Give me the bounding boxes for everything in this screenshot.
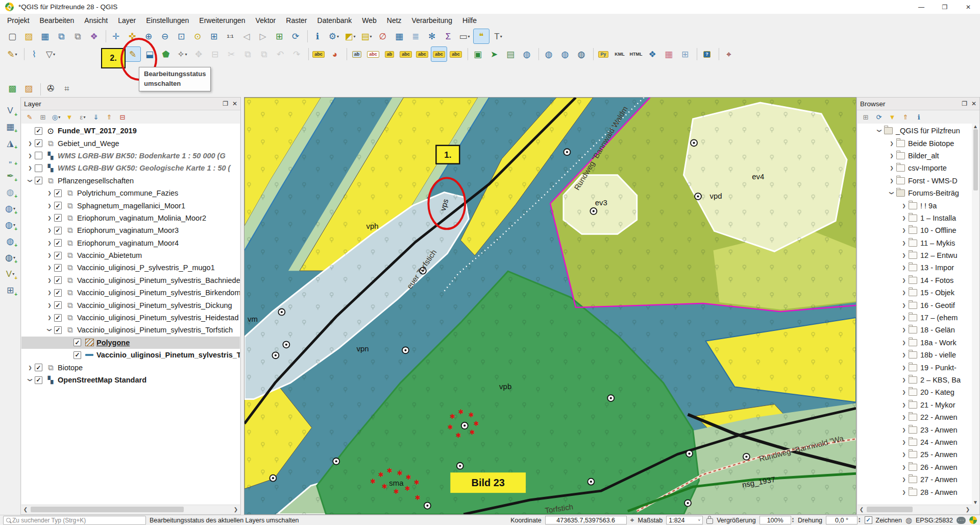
layer-checkbox[interactable]: ✓ <box>35 376 42 384</box>
scroll-thumb[interactable] <box>31 507 184 512</box>
redo-button[interactable]: ↷ <box>289 47 304 61</box>
browser-row[interactable]: ❯18a - Work <box>857 337 972 349</box>
remove-layer-button[interactable]: ⊟ <box>116 111 129 123</box>
highlight-pinned-labels-button[interactable]: abc <box>365 47 381 61</box>
expander-icon[interactable]: ❯ <box>899 303 909 308</box>
web-services-button[interactable]: ◍ <box>574 47 589 61</box>
menu-netz[interactable]: Netz <box>382 14 407 27</box>
add-spatialite-layer-button[interactable]: ◍+ <box>3 185 18 199</box>
crosshair-button[interactable]: ⌖ <box>721 47 737 61</box>
expander-icon[interactable]: ❯ <box>899 452 909 457</box>
map-style-edit-button[interactable]: ▨ <box>21 81 36 96</box>
add-virtual-layer-button[interactable]: V+▾ <box>3 267 18 281</box>
scroll-up-icon[interactable]: ▲ <box>972 124 979 129</box>
layer-diagram-button[interactable]: ◕ <box>327 47 342 61</box>
browser-row[interactable]: ❯24 - Anwen <box>857 436 972 448</box>
filter-by-expression-button[interactable]: ε▾ <box>77 111 89 123</box>
style-manager-icon[interactable]: ❖ <box>86 29 102 43</box>
zoom-next-button[interactable]: ▷ <box>255 29 271 43</box>
browser-properties-button[interactable]: ℹ <box>913 111 925 123</box>
expander-icon[interactable]: ❯ <box>899 203 909 208</box>
browser-row[interactable]: ❯19 - Punkt- <box>857 361 972 373</box>
expander-icon[interactable]: ❯ <box>899 327 909 332</box>
expander-icon[interactable]: ❯ <box>899 340 909 345</box>
offline-editing-button[interactable]: ◍ <box>519 47 534 61</box>
layer-row[interactable]: ❯✓⧉Eriophorum_vaginatum_Moor4 <box>21 237 240 249</box>
expander-icon[interactable]: ❯ <box>899 427 909 433</box>
layer-row[interactable]: ❯✓⧉Sphagnetum_magellanici_Moor1 <box>21 199 240 211</box>
pin-labels-button[interactable]: ab <box>349 47 364 61</box>
browser-row[interactable]: ❯25 - Anwen <box>857 448 972 461</box>
add-oracle-layer-button[interactable]: ⊞+ <box>3 283 18 297</box>
layer-checkbox[interactable]: ✓ <box>54 314 62 322</box>
browser-row[interactable]: ❯18 - Gelän <box>857 324 972 336</box>
expander-icon[interactable]: ❯ <box>899 253 909 258</box>
layer-row[interactable]: ❯✓⧉Eriophorum_vaginatum_Moor3 <box>21 224 240 236</box>
expander-icon[interactable]: ❯ <box>45 278 54 283</box>
current-edits-button[interactable]: ✎▾ <box>5 47 20 61</box>
layer-row[interactable]: ❯✓⧉Vaccinio_uliginosi_Pinetum_sylvestris… <box>21 324 240 336</box>
layer-row[interactable]: ❯✓⧉Biotope <box>21 361 240 373</box>
filter-browser-button[interactable]: ▼ <box>886 111 898 123</box>
browser-row[interactable]: ❯1 – Installa <box>857 212 972 224</box>
expander-icon[interactable]: ❯ <box>45 253 54 258</box>
add-xyz-layer-button[interactable]: ◍+ <box>3 234 18 248</box>
layer-checkbox[interactable]: ✓ <box>54 276 62 284</box>
add-delimited-text-layer-button[interactable]: „+ <box>3 152 18 166</box>
zoom-full-extent-button[interactable]: ⊡ <box>174 29 189 43</box>
expander-icon[interactable]: ❯ <box>899 315 909 320</box>
layer-row[interactable]: ❯▚WMS LGRB-BW GK50: Geologische Karte 1 … <box>21 162 240 174</box>
expander-icon[interactable]: ❯ <box>887 153 896 158</box>
zoom-last-button[interactable]: ◁ <box>239 29 254 43</box>
layer-checkbox[interactable]: ✓ <box>54 264 62 272</box>
scale-combobox[interactable]: 1:824˅ <box>666 516 703 524</box>
locator-search-input[interactable]: Zu suchender Typ (Strg+K) <box>3 516 146 525</box>
layer-row[interactable]: ❯✓⧉Vaccinio_uliginosi_Pinetum_sylvestris… <box>21 287 240 299</box>
zoom-in-button[interactable]: ⊕ <box>141 29 156 43</box>
layer-checkbox[interactable]: ✓ <box>54 301 62 309</box>
browser-row[interactable]: ❯12 – Entwu <box>857 249 972 261</box>
layer-checkbox[interactable]: ✓ <box>54 214 62 222</box>
layer-row[interactable]: ❯✓⧉Eriophorum_vaginatum_Molinia_Moor2 <box>21 212 240 224</box>
georeferencer-button[interactable]: ▤ <box>503 47 518 61</box>
select-features-button[interactable]: ◩▾ <box>342 29 358 43</box>
layer-checkbox[interactable]: ✓ <box>35 127 42 135</box>
layer-row[interactable]: ❯✓▚OpenStreetMap Standard <box>21 374 240 386</box>
browser-row[interactable]: ❯14 - Fotos <box>857 274 972 287</box>
attribute-grid-plugin-button[interactable]: ⊞ <box>677 47 693 61</box>
move-label-button[interactable]: ab <box>382 47 397 61</box>
coordinate-display-toggle-icon[interactable]: ⌖ <box>630 516 634 524</box>
save-layer-edits-button[interactable]: ⬓ <box>142 47 157 61</box>
browser-panel-float-icon[interactable]: ❐ <box>962 100 967 107</box>
scroll-right-icon[interactable]: ❯ <box>964 507 972 512</box>
map-canvas[interactable]: ✱✱✱✱✱✱✱✱✱✱✱✱✱✱✱✱✱ vphvpsvmvpnvpbvpdev3ev… <box>244 97 856 515</box>
cut-features-button[interactable]: ✂ <box>224 47 239 61</box>
gps-tools-button[interactable]: ▣ <box>470 47 485 61</box>
manage-map-themes-button[interactable]: ◎▾ <box>50 111 62 123</box>
maximize-button[interactable]: ❐ <box>933 0 957 14</box>
expander-icon[interactable]: ❯ <box>899 490 909 495</box>
pan-to-selection-button[interactable]: ✜ <box>125 29 140 43</box>
layer-checkbox[interactable]: ✓ <box>54 202 62 209</box>
collapse-all-browser-button[interactable]: ⇑ <box>899 111 912 123</box>
expander-icon[interactable]: ❯ <box>899 290 909 295</box>
add-vector-layer-button[interactable]: V+ <box>3 103 18 117</box>
select-by-value-button[interactable]: ▤▾ <box>359 29 374 43</box>
layout-manager-button[interactable]: ⧉ <box>70 29 85 43</box>
map-tips-button[interactable]: ❝ <box>473 29 489 44</box>
browser-row[interactable]: ❯_QGIS für Pilzfreun <box>857 125 972 137</box>
new-project-button[interactable]: ▢ <box>5 29 20 43</box>
rotation-spinbox[interactable]: 0,0 ° <box>826 516 857 524</box>
expander-icon[interactable]: ❯ <box>887 178 896 183</box>
layer-row[interactable]: ❯✓⧉Vaccinio_uliginosi_P_sylvestris_P_mug… <box>21 261 240 274</box>
identify-features-button[interactable]: ℹ <box>310 29 325 43</box>
paste-features-button[interactable]: ⧉ <box>256 47 272 61</box>
delete-selected-button[interactable]: ⊟ <box>207 47 223 61</box>
layers-panel-close-icon[interactable]: ✕ <box>232 100 237 107</box>
coordinate-input[interactable]: 473635.7,5397563.6 <box>545 516 627 524</box>
deselect-all-button[interactable]: ∅ <box>375 29 390 43</box>
add-selected-layers-button[interactable]: ⊞ <box>860 111 872 123</box>
browser-vscrollbar[interactable]: ▲ ▼ <box>972 124 979 505</box>
layer-checkbox[interactable] <box>35 152 42 159</box>
browser-row[interactable]: ❯18b - vielle <box>857 349 972 361</box>
